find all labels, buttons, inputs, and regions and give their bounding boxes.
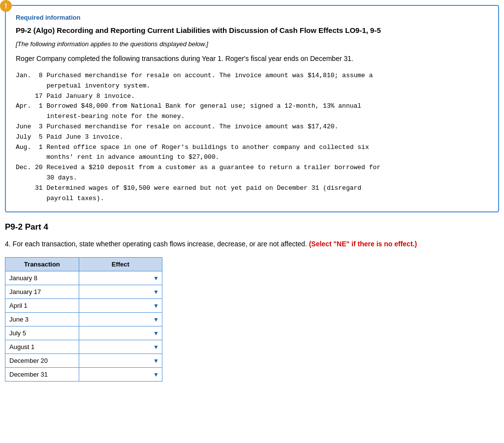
effect-cell[interactable]: IncreaseDecreaseNE▼ [79,340,162,354]
effect-table: Transaction Effect January 8IncreaseDecr… [5,257,162,382]
effect-select[interactable]: IncreaseDecreaseNE [83,371,158,378]
transaction-cell: December 20 [5,354,79,368]
effect-select[interactable]: IncreaseDecreaseNE [83,302,158,309]
table-row: August 1IncreaseDecreaseNE▼ [5,340,162,354]
question-number: 4. [5,240,11,248]
question-body: For each transaction, state whether oper… [13,240,307,248]
select-note: (Select "NE" if there is no effect.) [309,240,417,248]
info-box: ! Required information P9-2 (Algo) Recor… [5,5,499,212]
table-row: April 1IncreaseDecreaseNE▼ [5,299,162,313]
question-text: 4. For each transaction, state whether o… [5,239,499,249]
effect-cell[interactable]: IncreaseDecreaseNE▼ [79,271,162,285]
effect-cell[interactable]: IncreaseDecreaseNE▼ [79,285,162,299]
intro-text: Roger Company completed the following tr… [16,54,488,64]
table-row: January 8IncreaseDecreaseNE▼ [5,271,162,285]
effect-select[interactable]: IncreaseDecreaseNE [83,288,158,295]
effect-select[interactable]: IncreaseDecreaseNE [83,274,158,282]
table-row: June 3IncreaseDecreaseNE▼ [5,313,162,326]
part4-section: P9-2 Part 4 4. For each transaction, sta… [5,222,499,382]
effect-cell[interactable]: IncreaseDecreaseNE▼ [79,326,162,340]
effect-select[interactable]: IncreaseDecreaseNE [83,329,158,337]
effect-select[interactable]: IncreaseDecreaseNE [83,357,158,364]
transaction-cell: August 1 [5,340,79,354]
effect-select[interactable]: IncreaseDecreaseNE [83,343,158,351]
transactions-list: Jan. 8 Purchased merchandise for resale … [16,71,488,204]
transaction-cell: January 8 [5,271,79,285]
table-row: January 17IncreaseDecreaseNE▼ [5,285,162,299]
italic-note: [The following information applies to th… [16,40,488,48]
transaction-cell: June 3 [5,313,79,326]
required-label: Required information [16,14,488,21]
alert-icon: ! [0,0,12,12]
transaction-cell: July 5 [5,326,79,340]
part-title: P9-2 Part 4 [5,222,499,232]
problem-title: P9-2 (Algo) Recording and Reporting Curr… [16,25,488,35]
effect-cell[interactable]: IncreaseDecreaseNE▼ [79,299,162,313]
transaction-cell: January 17 [5,285,79,299]
effect-cell[interactable]: IncreaseDecreaseNE▼ [79,368,162,382]
transaction-cell: December 31 [5,368,79,382]
effect-cell[interactable]: IncreaseDecreaseNE▼ [79,354,162,368]
effect-cell[interactable]: IncreaseDecreaseNE▼ [79,313,162,326]
table-row: December 31IncreaseDecreaseNE▼ [5,368,162,382]
effect-select[interactable]: IncreaseDecreaseNE [83,316,158,323]
col-transaction: Transaction [5,258,79,271]
col-effect: Effect [79,258,162,271]
table-row: December 20IncreaseDecreaseNE▼ [5,354,162,368]
transaction-cell: April 1 [5,299,79,313]
table-row: July 5IncreaseDecreaseNE▼ [5,326,162,340]
